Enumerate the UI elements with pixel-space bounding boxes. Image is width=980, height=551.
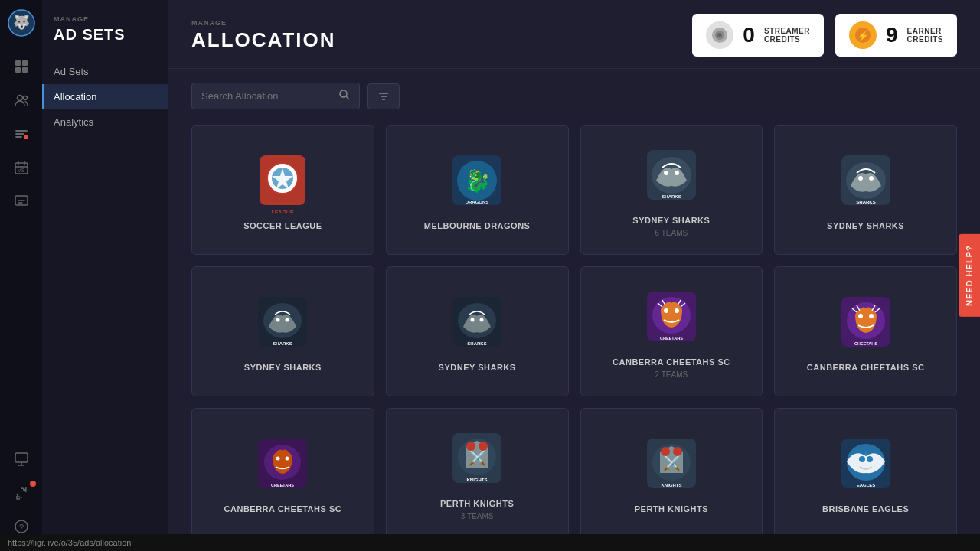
card-item[interactable]: CHEETAHS CANBERRA CHEETAHS SC2 TEAMS	[580, 266, 763, 396]
svg-point-89	[867, 456, 873, 462]
svg-text:⚡: ⚡	[858, 30, 869, 41]
svg-point-71	[276, 457, 280, 461]
svg-text:SHARKS: SHARKS	[273, 341, 292, 346]
svg-rect-3	[22, 60, 28, 66]
users-nav-icon[interactable]	[0, 83, 42, 117]
icon-bar-bottom: ?	[0, 442, 42, 543]
svg-point-78	[479, 442, 488, 451]
svg-rect-15	[15, 453, 28, 462]
card-item[interactable]: ⚔️ KNIGHTS PERTH KNIGHTS3 TEAMS	[386, 408, 569, 538]
card-grid-area: LEAGUE SOCCER LEAGUE 🐉 DRAGONS MELBOURNE…	[168, 117, 980, 551]
card-item[interactable]: SHARKS SYDNEY SHARKS	[191, 266, 374, 396]
card-name: SYDNEY SHARKS	[827, 220, 904, 231]
card-name: MELBOURNE DRAGONS	[424, 220, 531, 231]
card-logo: ⚔️ KNIGHTS	[446, 429, 508, 491]
card-name: SYDNEY SHARKS	[439, 362, 516, 373]
svg-rect-4	[15, 67, 21, 73]
sync-nav-icon[interactable]	[0, 476, 42, 510]
svg-point-8	[24, 135, 28, 139]
svg-point-51	[276, 318, 280, 322]
card-name: SYDNEY SHARKS	[632, 215, 710, 226]
card-teams: 2 TEAMS	[655, 370, 688, 379]
streamer-credits-box: 0 STREAMER CREDITS	[692, 14, 824, 57]
card-item[interactable]: SHARKS SYDNEY SHARKS	[774, 125, 957, 255]
sidebar-title: AD SETS	[42, 26, 168, 44]
card-item[interactable]: CHEETAHS CANBERRA CHEETAHS SC	[191, 408, 374, 538]
card-name: SYDNEY SHARKS	[244, 362, 322, 373]
svg-point-83	[661, 447, 670, 456]
svg-text:⚔️: ⚔️	[468, 448, 487, 467]
svg-text:EAGLES: EAGLES	[856, 483, 875, 487]
card-name: BRISBANE EAGLES	[822, 504, 909, 514]
monitor-nav-icon[interactable]	[0, 442, 42, 476]
card-logo: ⚔️ KNIGHTS	[641, 435, 702, 496]
card-logo: SHARKS	[446, 293, 508, 354]
filter-button[interactable]	[368, 83, 400, 109]
svg-point-57	[480, 318, 484, 322]
card-logo: SHARKS	[641, 146, 702, 207]
svg-text:?: ?	[18, 523, 23, 532]
card-name: CANBERRA CHEETAHS SC	[612, 357, 730, 367]
main-content: MANAGE ALLOCATION 0 STREAMER CREDITS ⚡ 9	[168, 0, 980, 551]
svg-point-56	[471, 318, 475, 322]
svg-point-84	[673, 447, 682, 456]
status-url: https://ligr.live/o/35/ads/allocation	[8, 538, 131, 547]
page-header: MANAGE ALLOCATION 0 STREAMER CREDITS ⚡ 9	[168, 0, 980, 69]
earner-credits-box: ⚡ 9 EARNER CREDITS	[835, 14, 957, 57]
svg-point-61	[664, 308, 668, 313]
sidebar: MANAGE AD SETS Ad Sets Allocation Analyt…	[42, 0, 168, 551]
svg-point-67	[869, 314, 874, 318]
calendar-nav-icon[interactable]: VS	[0, 151, 42, 184]
earner-credits-count: 9	[886, 23, 898, 47]
svg-text:⚔️: ⚔️	[662, 454, 681, 472]
card-name: PERTH KNIGHTS	[440, 498, 514, 509]
card-logo: SHARKS	[835, 152, 897, 213]
help-tab[interactable]: NEED HELP?	[959, 234, 980, 317]
card-item[interactable]: ⚔️ KNIGHTS PERTH KNIGHTS	[580, 408, 763, 538]
streamer-credits-icon	[706, 21, 733, 49]
header-section-label: MANAGE	[191, 19, 336, 27]
sidebar-item-analytics[interactable]: Analytics	[42, 109, 168, 135]
svg-text:🐉: 🐉	[464, 168, 491, 194]
campaigns-nav-icon[interactable]	[0, 117, 42, 151]
page-title: ALLOCATION	[191, 28, 336, 52]
search-area	[168, 69, 980, 117]
svg-point-22	[717, 33, 722, 37]
app-logo[interactable]: 🐺	[6, 8, 37, 38]
sidebar-section-label: MANAGE	[42, 15, 168, 23]
card-logo: SHARKS	[252, 293, 313, 354]
card-item[interactable]: EAGLES BRISBANE EAGLES	[774, 408, 957, 538]
sidebar-item-adsets[interactable]: Ad Sets	[42, 59, 168, 84]
card-item[interactable]: SHARKS SYDNEY SHARKS	[386, 266, 569, 396]
search-input[interactable]	[201, 90, 333, 102]
svg-text:SHARKS: SHARKS	[662, 194, 681, 199]
svg-text:CHEETAHS: CHEETAHS	[854, 341, 877, 346]
card-item[interactable]: CHEETAHS CANBERRA CHEETAHS SC	[774, 266, 957, 396]
svg-point-77	[466, 442, 475, 451]
card-name: PERTH KNIGHTS	[635, 504, 708, 514]
messages-nav-icon[interactable]	[0, 184, 42, 218]
sidebar-item-allocation[interactable]: Allocation	[42, 84, 168, 109]
svg-point-66	[858, 314, 863, 318]
svg-point-72	[286, 457, 289, 461]
svg-text:KNIGHTS: KNIGHTS	[467, 478, 488, 482]
svg-point-62	[675, 308, 679, 313]
card-logo: 🐉 DRAGONS	[446, 152, 508, 213]
card-logo: LEAGUE	[252, 152, 313, 213]
dashboard-nav-icon[interactable]	[0, 50, 42, 83]
search-box	[191, 83, 360, 109]
svg-point-46	[858, 176, 863, 181]
card-item[interactable]: LEAGUE SOCCER LEAGUE	[191, 125, 374, 255]
svg-text:🐺: 🐺	[13, 14, 31, 31]
earner-credits-icon: ⚡	[849, 21, 877, 49]
svg-point-41	[664, 171, 668, 175]
card-item[interactable]: 🐉 DRAGONS MELBOURNE DRAGONS	[386, 125, 569, 255]
svg-text:LEAGUE: LEAGUE	[272, 210, 295, 213]
card-logo: CHEETAHS	[835, 293, 897, 354]
svg-text:DRAGONS: DRAGONS	[466, 200, 489, 204]
svg-point-52	[286, 318, 289, 322]
icon-bar: 🐺 VS ?	[0, 0, 42, 551]
header-title-group: MANAGE ALLOCATION	[191, 19, 336, 52]
card-item[interactable]: SHARKS SYDNEY SHARKS6 TEAMS	[580, 125, 763, 255]
card-grid: LEAGUE SOCCER LEAGUE 🐉 DRAGONS MELBOURNE…	[191, 125, 957, 538]
